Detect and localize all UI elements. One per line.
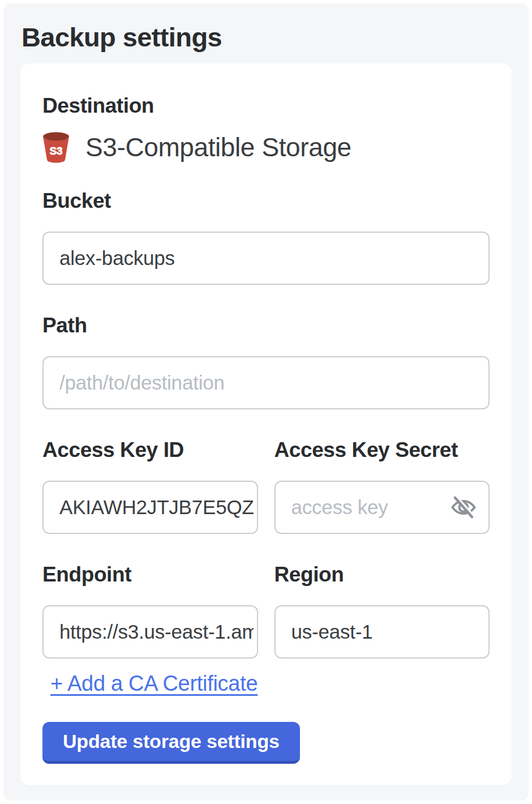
bucket-input[interactable] (42, 232, 490, 285)
toggle-secret-visibility-button[interactable] (449, 493, 478, 522)
s3-badge-text: S3 (49, 145, 62, 157)
region-input[interactable] (274, 605, 490, 658)
add-ca-certificate-link[interactable]: + Add a CA Certificate (50, 671, 258, 696)
bucket-label: Bucket (42, 189, 490, 213)
access-key-id-input[interactable] (42, 481, 258, 534)
backup-settings-panel: Backup settings Destination S3 S3-Compat… (3, 3, 529, 801)
endpoint-label: Endpoint (42, 562, 258, 587)
access-key-secret-label: Access Key Secret (274, 438, 490, 463)
path-label: Path (42, 313, 490, 338)
access-key-id-label: Access Key ID (42, 438, 258, 463)
destination-value-row: S3 S3-Compatible Storage (42, 131, 490, 164)
access-keys-labels-row: Access Key ID Access Key Secret (42, 438, 490, 463)
destination-value: S3-Compatible Storage (85, 132, 351, 162)
page-title: Backup settings (22, 22, 529, 53)
s3-bucket-icon: S3 (42, 131, 70, 163)
path-input[interactable] (42, 356, 490, 409)
endpoint-input[interactable] (42, 605, 258, 658)
eye-off-icon (450, 494, 477, 521)
endpoint-region-labels-row: Endpoint Region (42, 562, 490, 587)
update-storage-settings-button[interactable]: Update storage settings (42, 722, 300, 764)
endpoint-region-inputs-row (42, 587, 490, 658)
region-label: Region (274, 562, 490, 587)
backup-settings-card: Destination S3 S3-Compatible Storage Buc… (20, 63, 512, 785)
access-keys-inputs-row (42, 463, 490, 534)
destination-label: Destination (42, 93, 490, 118)
